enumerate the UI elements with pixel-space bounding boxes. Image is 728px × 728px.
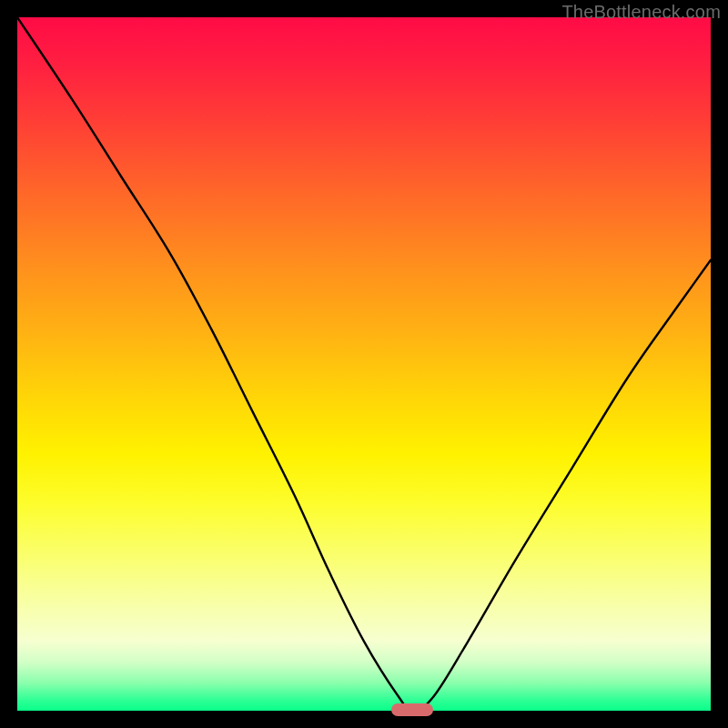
optimal-marker: [391, 703, 433, 716]
chart-frame: TheBottleneck.com: [0, 0, 728, 728]
curve-path: [17, 17, 711, 711]
bottleneck-curve: [17, 17, 711, 711]
watermark-text: TheBottleneck.com: [561, 2, 721, 23]
plot-area: [17, 17, 711, 711]
